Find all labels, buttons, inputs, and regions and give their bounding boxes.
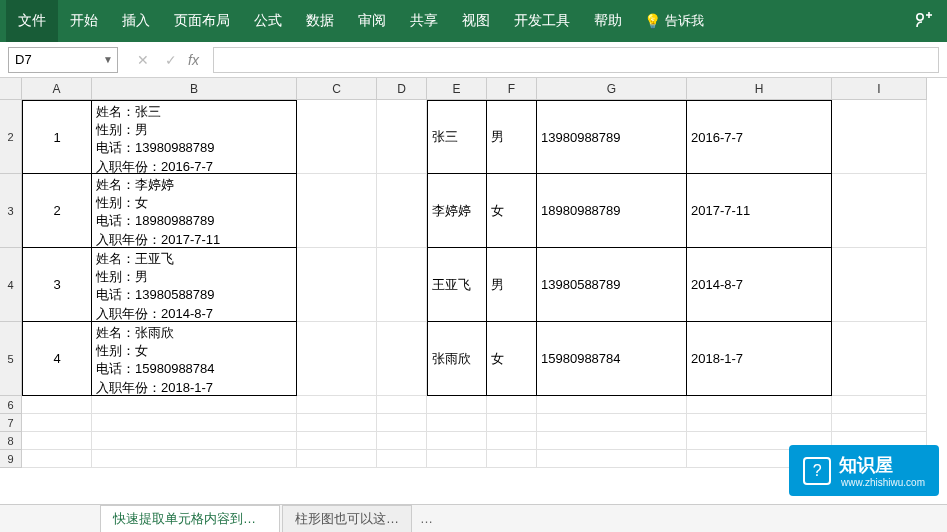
cell-date[interactable]: 2017-7-11 — [687, 174, 832, 248]
chevron-down-icon[interactable]: ▼ — [103, 54, 113, 65]
cell-i[interactable] — [832, 174, 927, 248]
cell-raw[interactable]: 姓名：李婷婷 性别：女 电话：18980988789 入职年份：2017-7-1… — [92, 174, 297, 248]
cell-sex[interactable]: 男 — [487, 100, 537, 174]
cell-i[interactable] — [832, 322, 927, 396]
cell-idx[interactable]: 4 — [22, 322, 92, 396]
cell-empty[interactable] — [92, 396, 297, 414]
select-all-corner[interactable] — [0, 78, 22, 100]
cell-phone[interactable]: 13980588789 — [537, 248, 687, 322]
tab-file[interactable]: 文件 — [6, 0, 58, 42]
col-header-I[interactable]: I — [832, 78, 927, 100]
cell-empty[interactable] — [377, 414, 427, 432]
row-header-8[interactable]: 8 — [0, 432, 22, 450]
cell-idx[interactable]: 3 — [22, 248, 92, 322]
cell-empty[interactable] — [427, 450, 487, 468]
cell-empty[interactable] — [537, 396, 687, 414]
cell-empty[interactable] — [487, 414, 537, 432]
cell-d[interactable] — [377, 322, 427, 396]
confirm-icon[interactable]: ✓ — [160, 52, 182, 68]
cell-sex[interactable]: 女 — [487, 322, 537, 396]
col-header-A[interactable]: A — [22, 78, 92, 100]
share-icon[interactable] — [905, 9, 941, 34]
cell-empty[interactable] — [537, 414, 687, 432]
cell-c[interactable] — [297, 248, 377, 322]
cell-d[interactable] — [377, 174, 427, 248]
tab-data[interactable]: 数据 — [294, 0, 346, 42]
cell-raw[interactable]: 姓名：张雨欣 性别：女 电话：15980988784 入职年份：2018-1-7 — [92, 322, 297, 396]
cell-empty[interactable] — [92, 450, 297, 468]
cancel-icon[interactable]: ✕ — [132, 52, 154, 68]
row-header-9[interactable]: 9 — [0, 450, 22, 468]
cell-empty[interactable] — [92, 432, 297, 450]
row-header-5[interactable]: 5 — [0, 322, 22, 396]
cell-c[interactable] — [297, 174, 377, 248]
tab-view[interactable]: 视图 — [450, 0, 502, 42]
cell-empty[interactable] — [427, 396, 487, 414]
cell-date[interactable]: 2016-7-7 — [687, 100, 832, 174]
sheet-tab-other[interactable]: 柱形图也可以这… — [282, 505, 412, 532]
cell-empty[interactable] — [377, 396, 427, 414]
cell-empty[interactable] — [297, 450, 377, 468]
cell-empty[interactable] — [687, 396, 832, 414]
tab-formula[interactable]: 公式 — [242, 0, 294, 42]
col-header-D[interactable]: D — [377, 78, 427, 100]
cell-empty[interactable] — [427, 414, 487, 432]
tab-dev[interactable]: 开发工具 — [502, 0, 582, 42]
tab-help[interactable]: 帮助 — [582, 0, 634, 42]
row-header-3[interactable]: 3 — [0, 174, 22, 248]
cell-phone[interactable]: 13980988789 — [537, 100, 687, 174]
cell-date[interactable]: 2014-8-7 — [687, 248, 832, 322]
row-header-4[interactable]: 4 — [0, 248, 22, 322]
cell-raw[interactable]: 姓名：张三 性别：男 电话：13980988789 入职年份：2016-7-7 — [92, 100, 297, 174]
col-header-B[interactable]: B — [92, 78, 297, 100]
cell-empty[interactable] — [687, 414, 832, 432]
cell-i[interactable] — [832, 248, 927, 322]
grid[interactable]: ABCDEFGHI 23456789 1姓名：张三 性别：男 电话：139809… — [0, 78, 947, 504]
row-header-6[interactable]: 6 — [0, 396, 22, 414]
cell-phone[interactable]: 15980988784 — [537, 322, 687, 396]
cell-empty[interactable] — [832, 414, 927, 432]
cell-c[interactable] — [297, 322, 377, 396]
col-header-C[interactable]: C — [297, 78, 377, 100]
cell-d[interactable] — [377, 100, 427, 174]
cell-empty[interactable] — [22, 396, 92, 414]
sheet-tab-active[interactable]: 快速提取单元格内容到多列 — [100, 505, 280, 532]
col-header-G[interactable]: G — [537, 78, 687, 100]
cell-raw[interactable]: 姓名：王亚飞 性别：男 电话：13980588789 入职年份：2014-8-7 — [92, 248, 297, 322]
cell-empty[interactable] — [22, 432, 92, 450]
col-header-F[interactable]: F — [487, 78, 537, 100]
fx-icon[interactable]: fx — [188, 52, 199, 68]
cell-empty[interactable] — [92, 414, 297, 432]
cell-empty[interactable] — [297, 396, 377, 414]
cell-empty[interactable] — [537, 450, 687, 468]
tab-review[interactable]: 审阅 — [346, 0, 398, 42]
cell-empty[interactable] — [487, 432, 537, 450]
tab-layout[interactable]: 页面布局 — [162, 0, 242, 42]
sheet-tab-more[interactable]: … — [414, 511, 439, 526]
tab-share[interactable]: 共享 — [398, 0, 450, 42]
cell-sex[interactable]: 男 — [487, 248, 537, 322]
cell-empty[interactable] — [377, 432, 427, 450]
cell-idx[interactable]: 1 — [22, 100, 92, 174]
cell-phone[interactable]: 18980988789 — [537, 174, 687, 248]
cell-i[interactable] — [832, 100, 927, 174]
cell-empty[interactable] — [22, 450, 92, 468]
cell-empty[interactable] — [297, 414, 377, 432]
col-header-E[interactable]: E — [427, 78, 487, 100]
cell-empty[interactable] — [487, 396, 537, 414]
cell-empty[interactable] — [537, 432, 687, 450]
cell-name[interactable]: 王亚飞 — [427, 248, 487, 322]
cell-d[interactable] — [377, 248, 427, 322]
cell-empty[interactable] — [832, 396, 927, 414]
col-header-H[interactable]: H — [687, 78, 832, 100]
cell-empty[interactable] — [22, 414, 92, 432]
tellme-box[interactable]: 💡 告诉我 — [634, 12, 714, 30]
cell-c[interactable] — [297, 100, 377, 174]
cell-name[interactable]: 张雨欣 — [427, 322, 487, 396]
tab-insert[interactable]: 插入 — [110, 0, 162, 42]
cell-sex[interactable]: 女 — [487, 174, 537, 248]
cell-name[interactable]: 张三 — [427, 100, 487, 174]
cell-empty[interactable] — [487, 450, 537, 468]
row-header-7[interactable]: 7 — [0, 414, 22, 432]
cell-idx[interactable]: 2 — [22, 174, 92, 248]
